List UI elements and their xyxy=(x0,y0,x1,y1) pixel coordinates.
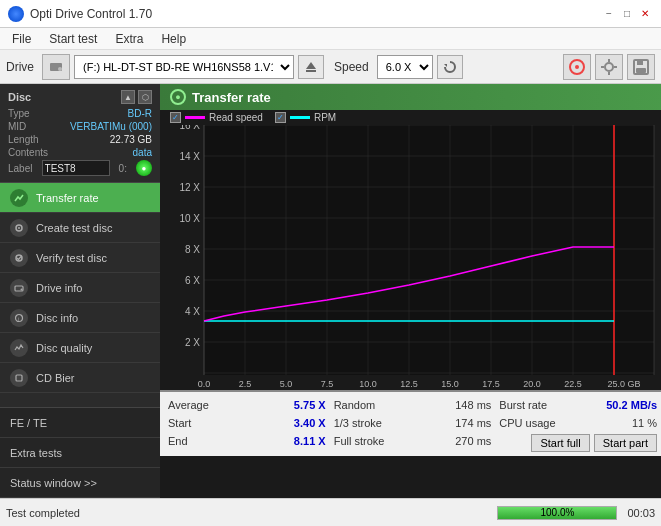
read-speed-checkbox[interactable]: ✓ xyxy=(170,112,181,123)
svg-text:10.0: 10.0 xyxy=(359,379,377,389)
start-full-button[interactable]: Start full xyxy=(531,434,589,452)
rpm-line-color xyxy=(290,116,310,119)
stat-random-key: Random xyxy=(334,399,376,411)
maximize-button[interactable]: □ xyxy=(619,6,635,22)
rpm-checkbox[interactable]: ✓ xyxy=(275,112,286,123)
stat-cpu-key: CPU usage xyxy=(499,417,555,429)
sidebar-nav: Transfer rate Create test disc Verify te… xyxy=(0,183,160,407)
stat-1-3-stroke-val: 174 ms xyxy=(455,417,491,429)
nav-verify-test-disc[interactable]: Verify test disc xyxy=(0,243,160,273)
svg-marker-2 xyxy=(306,62,316,69)
progress-text: 100.0% xyxy=(498,507,616,519)
speed-selector[interactable]: 6.0 X xyxy=(377,55,433,79)
stat-full-stroke-val: 270 ms xyxy=(455,435,491,447)
nav-transfer-rate[interactable]: Transfer rate xyxy=(0,183,160,213)
svg-text:0.0: 0.0 xyxy=(198,379,211,389)
svg-rect-11 xyxy=(614,66,617,68)
stat-1-3-stroke-row: 1/3 stroke 174 ms xyxy=(334,414,492,432)
label-icon[interactable]: ● xyxy=(136,160,152,176)
chart-title: Transfer rate xyxy=(192,90,271,105)
disc-panel-title: Disc xyxy=(8,91,31,103)
svg-text:2 X: 2 X xyxy=(185,337,200,348)
nav-cd-bier[interactable]: CD Bier xyxy=(0,363,160,393)
create-test-disc-icon xyxy=(10,219,28,237)
stat-random-val: 148 ms xyxy=(455,399,491,411)
disc-icon-button[interactable] xyxy=(563,54,591,80)
menu-bar: File Start test Extra Help xyxy=(0,28,661,50)
drive-selector[interactable]: (F:) HL-DT-ST BD-RE WH16NS58 1.V1 xyxy=(74,55,294,79)
svg-text:7.5: 7.5 xyxy=(321,379,334,389)
save-icon-button[interactable] xyxy=(627,54,655,80)
stat-random-row: Random 148 ms xyxy=(334,396,492,414)
nav-status-window[interactable]: Status window >> xyxy=(0,468,160,498)
svg-rect-22 xyxy=(16,375,22,381)
stat-start-row: Start 3.40 X xyxy=(168,414,326,432)
app-icon xyxy=(8,6,24,22)
nav-cd-bier-label: CD Bier xyxy=(36,372,75,384)
svg-rect-23 xyxy=(204,125,654,375)
menu-help[interactable]: Help xyxy=(153,30,194,48)
nav-disc-info[interactable]: i Disc info xyxy=(0,303,160,333)
disc-info-icon: i xyxy=(10,309,28,327)
chart-icon: ● xyxy=(170,89,186,105)
nav-drive-info[interactable]: Drive info xyxy=(0,273,160,303)
nav-fe-te[interactable]: FE / TE xyxy=(0,408,160,438)
stat-1-3-stroke-key: 1/3 stroke xyxy=(334,417,382,429)
length-val: 22.73 GB xyxy=(110,134,152,145)
legend-rpm: ✓ RPM xyxy=(275,112,336,123)
status-text: Test completed xyxy=(6,507,491,519)
svg-point-6 xyxy=(575,65,579,69)
svg-text:25.0 GB: 25.0 GB xyxy=(607,379,640,389)
app-title: Opti Drive Control 1.70 xyxy=(30,7,152,21)
start-part-button[interactable]: Start part xyxy=(594,434,657,452)
nav-create-test-disc-label: Create test disc xyxy=(36,222,112,234)
chart-container: 16 X 14 X 12 X 10 X 8 X 6 X 4 X 2 X 0.0 … xyxy=(164,125,661,390)
nav-create-test-disc[interactable]: Create test disc xyxy=(0,213,160,243)
svg-rect-13 xyxy=(637,60,643,65)
stats-panel: Average 5.75 X Start 3.40 X End 8.11 X R… xyxy=(160,390,661,456)
svg-text:8 X: 8 X xyxy=(185,244,200,255)
transfer-rate-icon xyxy=(10,189,28,207)
stat-burst-val: 50.2 MB/s xyxy=(606,399,657,411)
stat-start-key: Start xyxy=(168,417,191,429)
label-input[interactable] xyxy=(42,160,110,176)
svg-marker-4 xyxy=(444,64,447,67)
svg-text:14 X: 14 X xyxy=(179,151,200,162)
nav-drive-info-label: Drive info xyxy=(36,282,82,294)
svg-text:i: i xyxy=(18,315,19,321)
mid-key: MID xyxy=(8,121,26,132)
disc-panel: Disc ▲ ⬡ Type BD-R MID VERBATIMu (000) L… xyxy=(0,84,160,183)
svg-rect-9 xyxy=(608,72,610,75)
stat-cpu-row: CPU usage 11 % xyxy=(499,414,657,432)
disc-quality-icon xyxy=(10,339,28,357)
stat-full-stroke-key: Full stroke xyxy=(334,435,385,447)
refresh-button[interactable] xyxy=(437,55,463,79)
stat-cpu-val: 11 % xyxy=(632,417,657,429)
settings-icon-button[interactable] xyxy=(595,54,623,80)
svg-text:4 X: 4 X xyxy=(185,306,200,317)
nav-transfer-rate-label: Transfer rate xyxy=(36,192,99,204)
minimize-button[interactable]: − xyxy=(601,6,617,22)
disc-info-icon[interactable]: ⬡ xyxy=(138,90,152,104)
menu-start-test[interactable]: Start test xyxy=(41,30,105,48)
svg-text:15.0: 15.0 xyxy=(441,379,459,389)
svg-rect-8 xyxy=(608,59,610,62)
svg-text:10 X: 10 X xyxy=(179,213,200,224)
sidebar-bottom: FE / TE Extra tests Status window >> xyxy=(0,407,160,498)
svg-text:17.5: 17.5 xyxy=(482,379,500,389)
stat-burst-key: Burst rate xyxy=(499,399,547,411)
read-speed-line-color xyxy=(185,116,205,119)
close-button[interactable]: ✕ xyxy=(637,6,653,22)
svg-text:12.5: 12.5 xyxy=(400,379,418,389)
disc-eject-icon[interactable]: ▲ xyxy=(121,90,135,104)
menu-extra[interactable]: Extra xyxy=(107,30,151,48)
nav-extra-tests[interactable]: Extra tests xyxy=(0,438,160,468)
contents-val: data xyxy=(133,147,152,158)
menu-file[interactable]: File xyxy=(4,30,39,48)
drive-icon-button[interactable] xyxy=(42,54,70,80)
length-key: Length xyxy=(8,134,39,145)
nav-disc-quality-label: Disc quality xyxy=(36,342,92,354)
nav-disc-quality[interactable]: Disc quality xyxy=(0,333,160,363)
main-area: Disc ▲ ⬡ Type BD-R MID VERBATIMu (000) L… xyxy=(0,84,661,498)
eject-button[interactable] xyxy=(298,55,324,79)
